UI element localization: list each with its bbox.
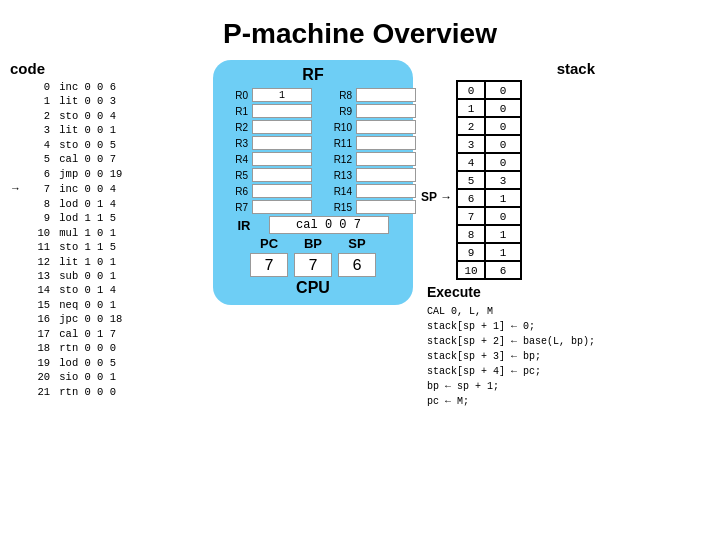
code-line-num: 13 <box>32 269 50 283</box>
rf-reg-cell <box>252 120 312 134</box>
code-line-num: 2 <box>32 109 50 123</box>
stack-index: 1 <box>457 99 485 117</box>
code-instr: lod 0 0 5 <box>53 356 116 370</box>
rf-reg-label: R7 <box>210 202 250 213</box>
stack-value: 1 <box>485 189 521 207</box>
rf-reg-label: R15 <box>314 202 354 213</box>
code-section: code 0 inc 0 0 61 lit 0 0 32 sto 0 0 43 … <box>10 60 205 399</box>
code-line-num: 12 <box>32 255 50 269</box>
sp-arrow-col: SP → <box>421 80 454 278</box>
rf-reg-cell <box>252 104 312 118</box>
code-row: 3 lit 0 0 1 <box>10 123 205 137</box>
rf-reg-cell <box>356 88 416 102</box>
sp-indicator: SP → <box>421 188 454 206</box>
sp-value: 6 <box>338 253 376 277</box>
code-row: 9 lod 1 1 5 <box>10 211 205 225</box>
stack-index: 3 <box>457 135 485 153</box>
stack-index: 2 <box>457 117 485 135</box>
code-line-num: 5 <box>32 152 50 166</box>
sp-indicator <box>421 242 454 260</box>
code-line-num: 21 <box>32 385 50 399</box>
stack-value: 3 <box>485 171 521 189</box>
rf-reg-label: R14 <box>314 186 354 197</box>
sp-indicator <box>421 116 454 134</box>
ir-value: cal 0 0 7 <box>269 216 389 234</box>
rf-reg-cell <box>252 200 312 214</box>
rf-reg-cell <box>252 184 312 198</box>
cpu-section: RF R01R8R1R9R2R10R3R11R4R12R5R13R6R14R7R… <box>213 60 413 305</box>
pc-col: PC 7 <box>250 236 288 277</box>
sp-indicator <box>421 134 454 152</box>
code-instr: lit 0 0 1 <box>53 123 116 137</box>
stack-index: 5 <box>457 171 485 189</box>
bp-label: BP <box>304 236 322 251</box>
rf-reg-cell <box>356 136 416 150</box>
ir-label: IR <box>238 218 263 233</box>
execute-section: Execute CAL 0, L, M stack[sp + 1] ← 0; s… <box>427 284 595 409</box>
rf-reg-label: R0 <box>210 90 250 101</box>
code-instr: lit 0 0 3 <box>53 94 116 108</box>
rf-grid: R01R8R1R9R2R10R3R11R4R12R5R13R6R14R7R15 <box>210 88 416 214</box>
rf-reg-label: R9 <box>314 106 354 117</box>
code-row: →7 inc 0 0 4 <box>10 181 205 196</box>
code-line-num: 7 <box>32 182 50 196</box>
code-row: 14 sto 0 1 4 <box>10 283 205 297</box>
sp-indicator <box>421 260 454 278</box>
rf-reg-cell <box>356 200 416 214</box>
sp-col: SP 6 <box>338 236 376 277</box>
stack-value: 0 <box>485 117 521 135</box>
code-row: 21 rtn 0 0 0 <box>10 385 205 399</box>
cpu-box: RF R01R8R1R9R2R10R3R11R4R12R5R13R6R14R7R… <box>213 60 413 305</box>
rf-reg-cell <box>356 184 416 198</box>
code-row: 8 lod 0 1 4 <box>10 197 205 211</box>
stack-index: 10 <box>457 261 485 279</box>
sp-indicator <box>421 152 454 170</box>
rf-reg-cell: 1 <box>252 88 312 102</box>
code-instr: sto 0 0 5 <box>53 138 116 152</box>
pc-label: PC <box>260 236 278 251</box>
code-row: 10 mul 1 0 1 <box>10 226 205 240</box>
code-instr: neq 0 0 1 <box>53 298 116 312</box>
code-row: 18 rtn 0 0 0 <box>10 341 205 355</box>
right-section: stack SP → 00102030405361708191106 Execu… <box>421 60 595 409</box>
stack-value: 0 <box>485 207 521 225</box>
code-row: 17 cal 0 1 7 <box>10 327 205 341</box>
execute-title: Execute <box>427 284 595 300</box>
stack-value: 0 <box>485 153 521 171</box>
stack-index: 9 <box>457 243 485 261</box>
bp-col: BP 7 <box>294 236 332 277</box>
code-instr: sto 0 0 4 <box>53 109 116 123</box>
rf-reg-cell <box>356 120 416 134</box>
rf-reg-label: R4 <box>210 154 250 165</box>
ir-row: IR cal 0 0 7 <box>238 216 389 234</box>
code-line-num: 14 <box>32 283 50 297</box>
rf-reg-cell <box>252 152 312 166</box>
code-instr: inc 0 0 6 <box>53 80 116 94</box>
stack-index: 0 <box>457 81 485 99</box>
code-line-num: 10 <box>32 226 50 240</box>
code-instr: rtn 0 0 0 <box>53 341 116 355</box>
stack-value: 1 <box>485 225 521 243</box>
code-row: 12 lit 1 0 1 <box>10 255 205 269</box>
code-line-num: 17 <box>32 327 50 341</box>
stack-value: 0 <box>485 135 521 153</box>
code-line-num: 18 <box>32 341 50 355</box>
code-row: 0 inc 0 0 6 <box>10 80 205 94</box>
stack-index: 7 <box>457 207 485 225</box>
stack-index: 6 <box>457 189 485 207</box>
rf-reg-label: R1 <box>210 106 250 117</box>
rf-reg-label: R12 <box>314 154 354 165</box>
pcbpsp-row: PC 7 BP 7 SP 6 <box>250 236 376 277</box>
execute-code: CAL 0, L, M stack[sp + 1] ← 0; stack[sp … <box>427 304 595 409</box>
code-row: 2 sto 0 0 4 <box>10 109 205 123</box>
code-instr: mul 1 0 1 <box>53 226 116 240</box>
rf-reg-label: R13 <box>314 170 354 181</box>
sp-label: SP <box>348 236 365 251</box>
bp-value: 7 <box>294 253 332 277</box>
code-label: code <box>10 60 205 77</box>
code-row: 1 lit 0 0 3 <box>10 94 205 108</box>
rf-reg-label: R10 <box>314 122 354 133</box>
code-instr: jpc 0 0 18 <box>53 312 122 326</box>
code-line-num: 4 <box>32 138 50 152</box>
code-line-num: 11 <box>32 240 50 254</box>
